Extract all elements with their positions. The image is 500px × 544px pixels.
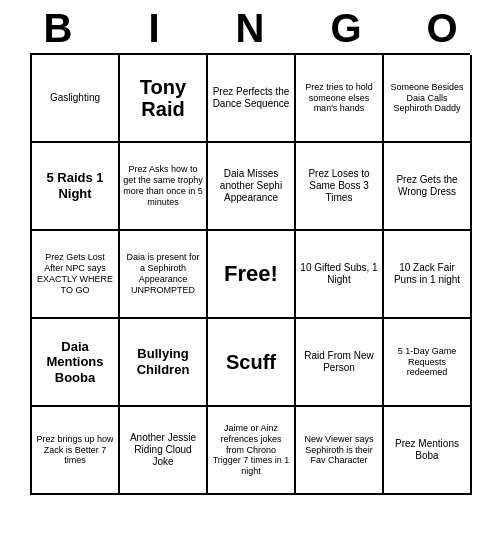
- cell-0-4[interactable]: Someone Besides Daia Calls Sephiroth Dad…: [384, 55, 472, 143]
- cell-0-1[interactable]: Tony Raid: [120, 55, 208, 143]
- cell-2-0[interactable]: Prez Gets Lost After NPC says EXACTLY WH…: [32, 231, 120, 319]
- cell-4-2[interactable]: Jaime or Ainz refrences jokes from Chron…: [208, 407, 296, 495]
- cell-0-2[interactable]: Prez Perfects the Dance Sequence: [208, 55, 296, 143]
- cell-3-3[interactable]: Raid From New Person: [296, 319, 384, 407]
- cell-2-1[interactable]: Daia is present for a Sephiroth Appearan…: [120, 231, 208, 319]
- cell-1-1[interactable]: Prez Asks how to get the same trophy mor…: [120, 143, 208, 231]
- letter-n: N: [206, 6, 294, 51]
- cell-2-2-free[interactable]: Free!: [208, 231, 296, 319]
- cell-0-3[interactable]: Prez tries to hold someone elses man's h…: [296, 55, 384, 143]
- cell-4-0[interactable]: Prez brings up how Zack is Better 7 time…: [32, 407, 120, 495]
- cell-3-2[interactable]: Scuff: [208, 319, 296, 407]
- cell-1-3[interactable]: Prez Loses to Same Boss 3 Times: [296, 143, 384, 231]
- cell-0-0[interactable]: Gaslighting: [32, 55, 120, 143]
- cell-1-0[interactable]: 5 Raids 1 Night: [32, 143, 120, 231]
- cell-3-4[interactable]: 5 1-Day Game Requests redeemed: [384, 319, 472, 407]
- letter-o: O: [398, 6, 486, 51]
- cell-4-4[interactable]: Prez Mentions Boba: [384, 407, 472, 495]
- letter-g: G: [302, 6, 390, 51]
- bingo-grid: Gaslighting Tony Raid Prez Perfects the …: [30, 53, 470, 495]
- cell-3-0[interactable]: Daia Mentions Booba: [32, 319, 120, 407]
- cell-4-1[interactable]: Another Jessie Riding Cloud Joke: [120, 407, 208, 495]
- cell-4-3[interactable]: New Viewer says Sephiroth is their Fav C…: [296, 407, 384, 495]
- cell-2-3[interactable]: 10 Gifted Subs, 1 Night: [296, 231, 384, 319]
- cell-2-4[interactable]: 10 Zack Fair Puns in 1 night: [384, 231, 472, 319]
- cell-3-1[interactable]: Bullying Children: [120, 319, 208, 407]
- letter-i: I: [110, 6, 198, 51]
- cell-1-4[interactable]: Prez Gets the Wrong Dress: [384, 143, 472, 231]
- letter-b: B: [14, 6, 102, 51]
- bingo-title: B I N G O: [10, 0, 490, 53]
- cell-1-2[interactable]: Daia Misses another Sephi Appearance: [208, 143, 296, 231]
